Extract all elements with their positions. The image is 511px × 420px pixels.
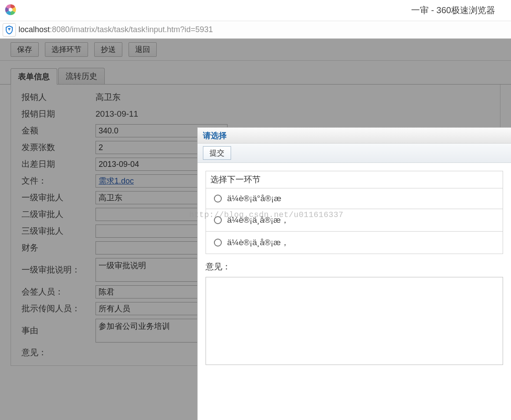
option-label: ä¼è®¡ä¸å®¡æ， xyxy=(227,214,289,226)
option-row[interactable]: ä¼è®¡ä¸å®¡æ， xyxy=(206,232,503,254)
option-label: ä¼è®¡ä°å®¡æ xyxy=(227,194,281,203)
shield-icon[interactable] xyxy=(3,23,16,37)
browser-titlebar: 一审 - 360极速浏览器 xyxy=(0,0,511,21)
modal-opinion-textarea[interactable] xyxy=(206,277,503,365)
radio-icon[interactable] xyxy=(214,216,222,224)
next-step-options: 选择下一环节 ä¼è®¡ä°å®¡æ ä¼è®¡ä¸å®¡æ， ä¼è®¡ä¸å… xyxy=(206,171,503,254)
option-label: ä¼è®¡ä¸å®¡æ， xyxy=(227,237,289,248)
modal-title: 请选择 xyxy=(198,128,511,144)
browser-tab-title: 一审 - 360极速浏览器 xyxy=(411,4,495,16)
option-row[interactable]: ä¼è®¡ä°å®¡æ xyxy=(206,188,503,209)
modal-toolbar: 提交 xyxy=(198,144,511,163)
modal-opinion-label: 意见： xyxy=(206,261,503,273)
browser-logo-icon xyxy=(4,4,17,18)
submit-button[interactable]: 提交 xyxy=(203,146,231,160)
url-path: :8080/imatrix/task/task/task!input.htm?i… xyxy=(50,25,213,34)
browser-addressbar: localhost:8080/imatrix/task/task/task!in… xyxy=(0,21,511,39)
option-row[interactable]: ä¼è®¡ä¸å®¡æ， xyxy=(206,209,503,232)
url-host: localhost xyxy=(18,25,50,34)
modal-body: 选择下一环节 ä¼è®¡ä°å®¡æ ä¼è®¡ä¸å®¡æ， ä¼è®¡ä¸å… xyxy=(198,163,511,420)
options-header: 选择下一环节 xyxy=(206,171,503,188)
radio-icon[interactable] xyxy=(214,195,222,203)
svg-point-0 xyxy=(9,7,13,11)
url-display[interactable]: localhost:8080/imatrix/task/task/task!in… xyxy=(18,25,213,34)
choose-step-modal: 请选择 提交 选择下一环节 ä¼è®¡ä°å®¡æ ä¼è®¡ä¸å®¡æ， ä… xyxy=(197,127,511,420)
radio-icon[interactable] xyxy=(214,239,222,247)
